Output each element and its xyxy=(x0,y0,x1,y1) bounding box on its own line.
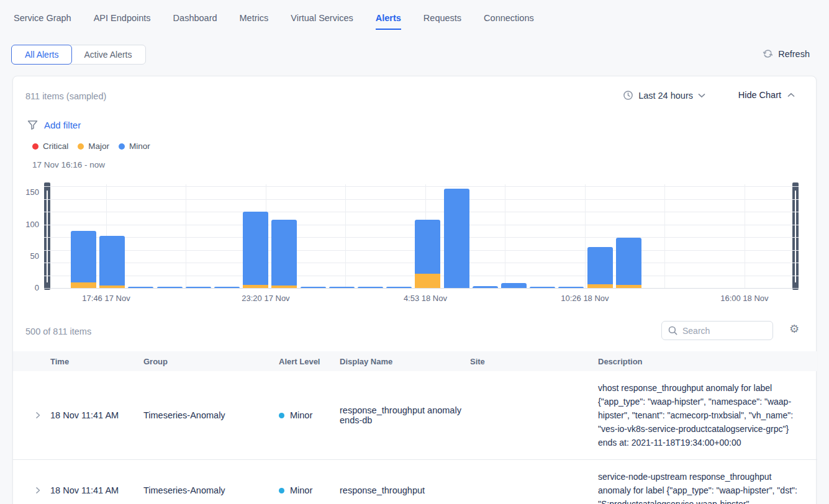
cell-description: vhost response_throughput anomaly for la… xyxy=(598,371,799,459)
bar-minor-segment[interactable] xyxy=(587,247,613,284)
x-axis-tick: 16:00 18 Nov xyxy=(720,294,768,303)
table-row[interactable]: 18 Nov 11:41 AM Timeseries-Anomaly Minor… xyxy=(13,371,817,460)
alert-level-label: Minor xyxy=(290,485,312,495)
chart-plot xyxy=(44,184,799,288)
hide-chart-toggle[interactable]: Hide Chart xyxy=(738,90,795,100)
bar-major-segment[interactable] xyxy=(271,286,297,288)
tab-metrics[interactable]: Metrics xyxy=(240,13,269,30)
bar-minor-segment[interactable] xyxy=(271,220,297,286)
bar-minor-segment[interactable] xyxy=(501,283,527,288)
chart-time-window: 17 Nov 16:16 - now xyxy=(32,160,105,169)
y-axis-tick: 0 xyxy=(13,283,39,292)
shown-summary: 500 of 811 items xyxy=(25,326,91,336)
clock-icon xyxy=(623,90,633,101)
legend-item-major: Major xyxy=(78,142,109,151)
tab-api-endpoints[interactable]: API Endpoints xyxy=(94,13,151,30)
legend-item-minor: Minor xyxy=(119,142,150,151)
add-filter-label: Add filter xyxy=(44,120,81,130)
minor-dot-icon xyxy=(279,488,284,493)
add-filter-button[interactable]: Add filter xyxy=(27,119,81,131)
cell-group: Timeseries-Anomaly xyxy=(143,410,279,420)
y-axis-tick: 100 xyxy=(13,220,39,229)
tab-service-graph[interactable]: Service Graph xyxy=(14,13,71,30)
alerts-panel: 811 items (sampled) Last 24 hours Hide C… xyxy=(12,76,817,504)
bar-minor-segment[interactable] xyxy=(616,238,641,285)
bar-minor-segment[interactable] xyxy=(128,287,153,288)
col-time: Time xyxy=(50,357,143,366)
gear-icon[interactable]: ⚙ xyxy=(789,323,799,335)
y-axis-tick: 150 xyxy=(13,187,39,197)
col-display-name: Display Name xyxy=(340,357,470,366)
alerts-histogram: 05010015017:46 17 Nov23:20 17 Nov4:53 18… xyxy=(13,184,817,315)
tab-requests[interactable]: Requests xyxy=(424,13,461,30)
alert-level-label: Minor xyxy=(290,410,312,420)
time-range-select[interactable]: Last 24 hours xyxy=(623,90,705,101)
bar-minor-segment[interactable] xyxy=(329,287,355,288)
y-axis-tick: 50 xyxy=(13,251,39,261)
bar-minor-segment[interactable] xyxy=(473,286,498,288)
bar-major-segment[interactable] xyxy=(587,284,613,288)
chevron-right-icon xyxy=(34,411,42,420)
search-input[interactable] xyxy=(682,326,766,336)
minor-dot-icon xyxy=(279,413,284,418)
bar-major-segment[interactable] xyxy=(99,286,125,288)
items-summary: 811 items (sampled) xyxy=(25,91,106,101)
bar-minor-segment[interactable] xyxy=(415,220,440,274)
chevron-right-icon xyxy=(34,486,42,495)
col-group: Group xyxy=(143,357,279,366)
bar-minor-segment[interactable] xyxy=(530,287,555,288)
bar-minor-segment[interactable] xyxy=(99,236,125,286)
x-axis-tick: 4:53 18 Nov xyxy=(404,294,447,303)
tab-alerts[interactable]: Alerts xyxy=(376,13,401,30)
tab-connections[interactable]: Connections xyxy=(484,13,534,30)
bar-minor-segment[interactable] xyxy=(157,287,183,288)
cell-display-name: response_throughput xyxy=(340,485,470,495)
chevron-up-icon xyxy=(787,92,795,97)
bar-major-segment[interactable] xyxy=(243,285,268,288)
table-row[interactable]: 18 Nov 11:41 AM Timeseries-Anomaly Minor… xyxy=(13,460,817,504)
bar-minor-segment[interactable] xyxy=(301,287,326,288)
bar-minor-segment[interactable] xyxy=(243,212,268,285)
major-dot-icon xyxy=(78,143,84,150)
col-description: Description xyxy=(598,357,799,366)
bar-major-segment[interactable] xyxy=(616,285,641,288)
row-expand-button[interactable] xyxy=(25,371,50,459)
x-axis-tick: 10:26 18 Nov xyxy=(561,294,609,303)
bar-minor-segment[interactable] xyxy=(386,287,412,288)
bar-minor-segment[interactable] xyxy=(186,287,211,288)
cell-display-name: response_throughput anomaly ends-db xyxy=(340,405,470,425)
bar-minor-segment[interactable] xyxy=(214,287,240,288)
refresh-label: Refresh xyxy=(778,49,810,59)
cell-description: service-node-upstream response_throughpu… xyxy=(598,460,799,504)
cell-alert-level: Minor xyxy=(279,410,340,420)
top-nav: Service Graph API Endpoints Dashboard Me… xyxy=(14,13,534,30)
bar-minor-segment[interactable] xyxy=(558,287,584,288)
active-alerts-button[interactable]: Active Alerts xyxy=(70,45,145,65)
chart-legend: Critical Major Minor xyxy=(32,142,150,151)
table-header: Time Group Alert Level Display Name Site… xyxy=(13,351,817,371)
cell-time: 18 Nov 11:41 AM xyxy=(50,410,143,420)
row-expand-button[interactable] xyxy=(25,460,50,504)
bar-minor-segment[interactable] xyxy=(444,189,469,288)
tab-dashboard[interactable]: Dashboard xyxy=(173,13,217,30)
time-range-label: Last 24 hours xyxy=(638,91,693,101)
all-alerts-button[interactable]: All Alerts xyxy=(11,45,72,65)
filter-funnel-icon xyxy=(27,119,39,131)
hide-chart-label: Hide Chart xyxy=(738,90,781,100)
bar-minor-segment[interactable] xyxy=(71,231,96,282)
x-axis-tick: 17:46 17 Nov xyxy=(82,294,130,303)
refresh-button[interactable]: Refresh xyxy=(763,48,810,59)
bar-minor-segment[interactable] xyxy=(358,287,383,288)
tab-virtual-services[interactable]: Virtual Services xyxy=(291,13,353,30)
cell-alert-level: Minor xyxy=(279,485,340,495)
critical-dot-icon xyxy=(32,143,39,150)
legend-label: Critical xyxy=(43,142,68,151)
bar-major-segment[interactable] xyxy=(71,282,96,288)
legend-item-critical: Critical xyxy=(32,142,68,151)
table-body: 18 Nov 11:41 AM Timeseries-Anomaly Minor… xyxy=(13,371,817,504)
table-search xyxy=(661,321,773,340)
search-icon xyxy=(668,326,677,335)
bar-major-segment[interactable] xyxy=(415,274,440,288)
col-site: Site xyxy=(470,357,598,366)
legend-label: Major xyxy=(88,142,109,151)
